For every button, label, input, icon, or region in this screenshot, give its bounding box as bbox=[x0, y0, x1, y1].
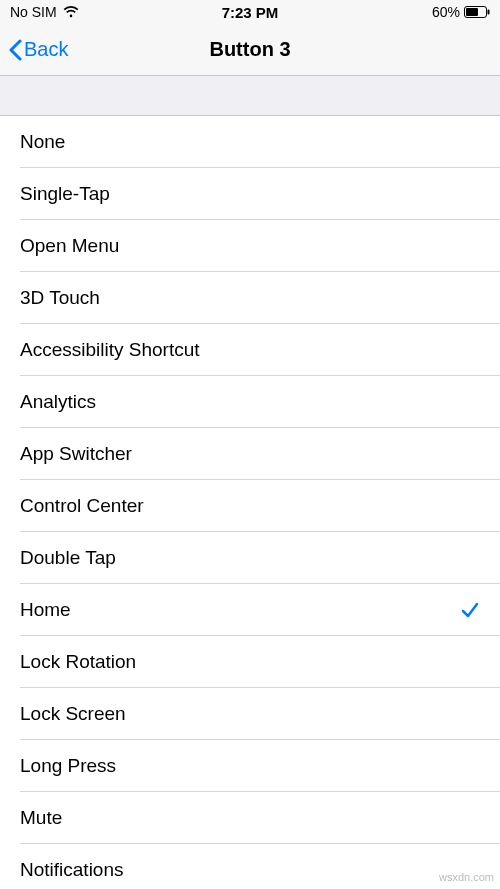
list-item-label: Long Press bbox=[20, 755, 480, 777]
list-item-label: 3D Touch bbox=[20, 287, 480, 309]
list-item-label: Lock Rotation bbox=[20, 651, 480, 673]
list-item-label: Single-Tap bbox=[20, 183, 480, 205]
battery-icon bbox=[464, 6, 490, 18]
list-item-label: Lock Screen bbox=[20, 703, 480, 725]
list-item[interactable]: Open Menu bbox=[0, 220, 500, 272]
list-item-label: Mute bbox=[20, 807, 480, 829]
list-item[interactable]: Accessibility Shortcut bbox=[0, 324, 500, 376]
back-label: Back bbox=[24, 38, 68, 61]
list-item-label: App Switcher bbox=[20, 443, 480, 465]
list-item[interactable]: Mute bbox=[0, 792, 500, 844]
status-left: No SIM bbox=[10, 4, 79, 20]
list-item[interactable]: Notifications bbox=[0, 844, 500, 889]
list-item[interactable]: Long Press bbox=[0, 740, 500, 792]
list-item-label: Analytics bbox=[20, 391, 480, 413]
list-item[interactable]: Double Tap bbox=[0, 532, 500, 584]
nav-title: Button 3 bbox=[0, 38, 500, 61]
list-item[interactable]: Single-Tap bbox=[0, 168, 500, 220]
list-item[interactable]: Analytics bbox=[0, 376, 500, 428]
list-item-label: Home bbox=[20, 599, 460, 621]
list-item[interactable]: None bbox=[0, 116, 500, 168]
list-item[interactable]: 3D Touch bbox=[0, 272, 500, 324]
list-item-label: Open Menu bbox=[20, 235, 480, 257]
list-item-label: Double Tap bbox=[20, 547, 480, 569]
checkmark-icon bbox=[460, 600, 480, 620]
list-item-label: None bbox=[20, 131, 480, 153]
svg-rect-1 bbox=[466, 8, 478, 16]
list-item[interactable]: Control Center bbox=[0, 480, 500, 532]
option-list[interactable]: NoneSingle-TapOpen Menu3D TouchAccessibi… bbox=[0, 116, 500, 889]
status-right: 60% bbox=[432, 4, 490, 20]
svg-rect-2 bbox=[488, 10, 490, 15]
list-item-label: Accessibility Shortcut bbox=[20, 339, 480, 361]
list-item[interactable]: Lock Screen bbox=[0, 688, 500, 740]
carrier-text: No SIM bbox=[10, 4, 57, 20]
chevron-left-icon bbox=[8, 39, 22, 61]
group-gap bbox=[0, 76, 500, 116]
list-item[interactable]: Lock Rotation bbox=[0, 636, 500, 688]
list-item-label: Control Center bbox=[20, 495, 480, 517]
list-item[interactable]: App Switcher bbox=[0, 428, 500, 480]
nav-bar: Back Button 3 bbox=[0, 24, 500, 76]
wifi-icon bbox=[63, 6, 79, 18]
battery-percent-text: 60% bbox=[432, 4, 460, 20]
list-item-label: Notifications bbox=[20, 859, 480, 881]
status-bar: No SIM 7:23 PM 60% bbox=[0, 0, 500, 24]
screen: No SIM 7:23 PM 60% Back Button 3 NoneSin… bbox=[0, 0, 500, 889]
list-item[interactable]: Home bbox=[0, 584, 500, 636]
back-button[interactable]: Back bbox=[8, 38, 68, 61]
